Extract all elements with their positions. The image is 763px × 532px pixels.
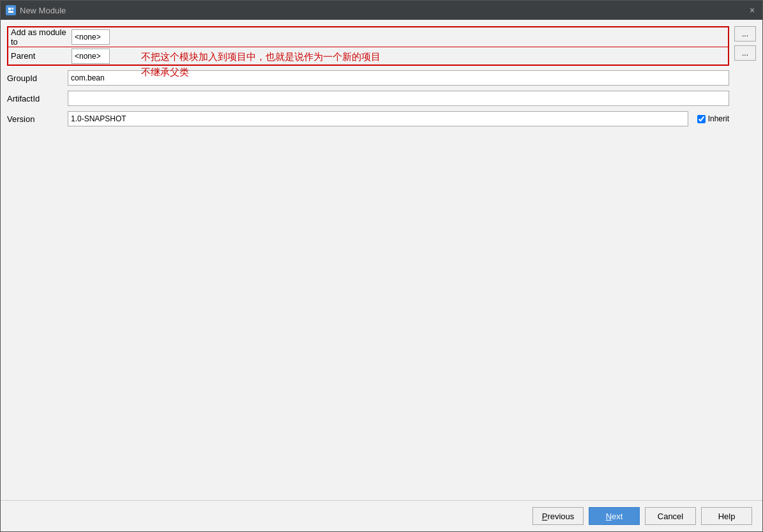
window-title: New Module (20, 6, 743, 15)
parent-label: Parent (11, 51, 72, 61)
svg-rect-2 (11, 8, 13, 10)
artifact-id-label: ArtifactId (7, 94, 68, 103)
add-as-module-row: Add as module to <none> (8, 27, 728, 47)
dialog-footer: Previous Next Cancel Help (1, 500, 762, 531)
svg-rect-3 (8, 11, 13, 13)
parent-row: Parent <none> (8, 47, 728, 65)
group-id-control (68, 70, 729, 86)
left-panel: Add as module to <none> Parent <none> (7, 26, 729, 127)
version-label: Version (7, 114, 68, 124)
cancel-button[interactable]: Cancel (645, 507, 696, 525)
ellipsis-button-2[interactable]: ... (734, 45, 756, 61)
artifact-id-input[interactable] (68, 91, 729, 106)
add-as-module-dropdown[interactable]: <none> (72, 29, 110, 45)
version-inherit-checkbox[interactable] (697, 115, 706, 123)
red-bordered-section: Add as module to <none> Parent <none> (7, 26, 729, 66)
version-control: Inherit (68, 111, 729, 126)
svg-rect-1 (8, 8, 11, 10)
group-id-row: GroupId (7, 70, 729, 86)
title-bar: New Module × (1, 1, 762, 20)
top-section: Add as module to <none> Parent <none> (1, 20, 762, 127)
parent-value: <none> (75, 52, 101, 61)
add-as-module-control: <none> (72, 29, 725, 45)
group-id-input[interactable] (68, 70, 729, 86)
right-buttons-panel: ... ... (729, 26, 756, 127)
add-as-module-label: Add as module to (11, 27, 72, 47)
dialog-window: New Module × Add as module to <none> (0, 0, 763, 532)
artifact-id-row: ArtifactId (7, 90, 729, 107)
version-input[interactable] (68, 111, 688, 126)
add-as-module-value: <none> (75, 33, 101, 42)
group-id-label: GroupId (7, 73, 68, 83)
next-underline: Next (606, 512, 623, 521)
previous-underline: Previous (542, 512, 575, 521)
previous-button[interactable]: Previous (533, 507, 584, 525)
version-row: Version Inherit (7, 110, 729, 127)
parent-control: <none> (72, 49, 725, 64)
close-button[interactable]: × (747, 5, 757, 15)
dialog-body: Add as module to <none> Parent <none> (1, 20, 762, 500)
dialog-content-area (1, 127, 762, 500)
help-button[interactable]: Help (701, 507, 752, 525)
next-button[interactable]: Next (589, 507, 640, 525)
artifact-id-control (68, 91, 729, 106)
version-inherit-label: Inherit (708, 114, 729, 123)
parent-dropdown[interactable]: <none> (72, 49, 110, 64)
window-icon (6, 5, 16, 15)
version-inherit-check[interactable]: Inherit (697, 114, 729, 123)
ellipsis-button-1[interactable]: ... (734, 26, 756, 42)
